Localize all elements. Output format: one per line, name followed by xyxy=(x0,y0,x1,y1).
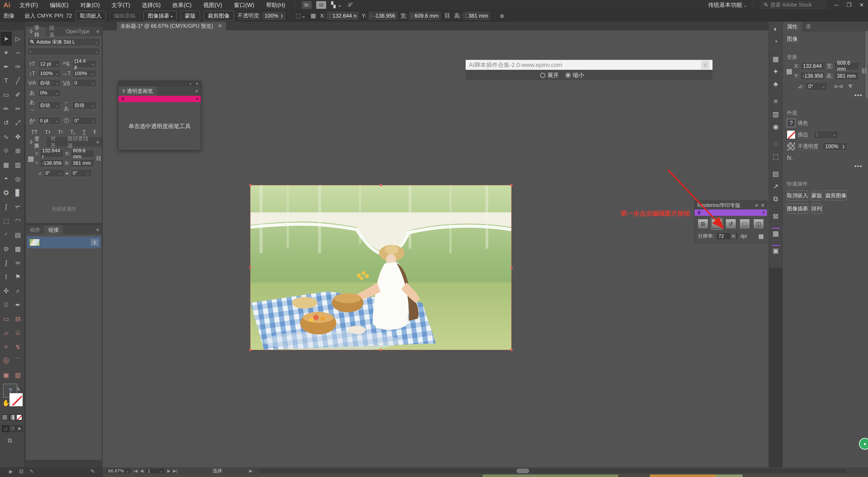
tool-curvature[interactable]: ✑ xyxy=(12,60,24,74)
opacity-label[interactable]: 不透明度: xyxy=(238,12,261,20)
tool-plugin-a-box[interactable]: Ⓐ xyxy=(0,354,12,368)
case-style-button[interactable]: Tᴛ xyxy=(45,129,51,135)
bridge-button[interactable]: Br xyxy=(302,1,312,9)
case-style-button[interactable]: TT xyxy=(31,129,37,135)
selection-handle[interactable] xyxy=(249,349,251,351)
menu-effect[interactable]: 效果(C) xyxy=(166,0,197,10)
y-field[interactable]: ˄˅-138.956 xyxy=(368,12,397,20)
tool-lasso[interactable]: ∽ xyxy=(12,45,24,60)
tool-shape-builder[interactable]: ⟐ xyxy=(0,144,12,158)
tool-mesh[interactable]: ▦ xyxy=(0,158,12,172)
link-list-item-selected[interactable]: ⇪ xyxy=(27,236,101,248)
window-restore-button[interactable]: ❐ xyxy=(843,0,855,10)
dock-bottom-icon[interactable]: ✎ xyxy=(30,469,34,475)
tool-plugin-screwdriver[interactable]: ⍁ xyxy=(0,298,12,312)
props-y-field[interactable]: -138.956 xyxy=(800,72,825,80)
panel-icon-plugin-swatches[interactable]: ▩ xyxy=(770,227,782,240)
props-h-field[interactable]: 381 mm xyxy=(834,72,859,80)
menu-select[interactable]: 选择(S) xyxy=(136,0,166,10)
tool-direct-selection[interactable]: ▷ xyxy=(12,32,24,45)
draw-inside-button[interactable]: ◙ xyxy=(16,425,23,432)
arrange-documents-icon[interactable]: ▚ ⌄ xyxy=(331,1,342,8)
first-artboard-button[interactable]: |◀ xyxy=(133,469,138,473)
tool-width[interactable]: ∿ xyxy=(0,130,12,144)
brush-hint-text[interactable]: 单击选中透明度画笔工具 xyxy=(129,123,191,130)
char-rotation-field[interactable]: 0°⌄ xyxy=(72,117,96,125)
panel-icon-envelope[interactable]: ⊠ xyxy=(770,210,782,222)
tool-blend[interactable]: ◎ xyxy=(12,172,24,186)
selection-handle[interactable] xyxy=(510,184,513,186)
qa-unembed-button[interactable]: 取消嵌入 xyxy=(787,190,808,200)
tab-character[interactable]: ◊ 字符 xyxy=(26,27,45,36)
space-before-field[interactable]: 自动⌄ xyxy=(38,101,61,109)
tool-eraser[interactable]: ✂ xyxy=(12,102,24,116)
baseline-shift-field[interactable]: 0 pt⌄ xyxy=(38,117,61,125)
font-style-select[interactable]: -⌄ xyxy=(28,48,100,55)
transform-h-field[interactable]: 381 mm xyxy=(71,159,94,167)
stroke-swatch[interactable] xyxy=(787,130,796,139)
panel-icon-transparency[interactable]: ◉ xyxy=(770,120,782,133)
leading-field[interactable]: (14.4 p⌄ xyxy=(72,60,96,68)
panel-icon-export[interactable]: ↗ xyxy=(770,180,782,192)
mask-button[interactable]: 蒙版 xyxy=(181,11,200,21)
scrollbar-thumb[interactable] xyxy=(517,469,529,473)
menu-file[interactable]: 文件(F) xyxy=(13,0,44,10)
window-close-button[interactable]: ✕ xyxy=(855,0,868,10)
tool-plugin-preview[interactable]: ⌕ xyxy=(12,284,24,298)
next-artboard-button[interactable]: ▶ xyxy=(167,469,170,473)
panel-collapse-icon[interactable]: « xyxy=(189,82,191,86)
opacity-swatch-icon[interactable] xyxy=(787,142,796,151)
menu-type[interactable]: 文字(T) xyxy=(105,0,136,10)
tool-eraser-brush[interactable]: ⊘ xyxy=(0,242,12,256)
canvas[interactable]: AI脚本插件合集-2.0-www.epinv.com x 展开 缩小 « ✕ ◊… xyxy=(103,30,769,467)
banner-menu-icon[interactable]: ≡ xyxy=(762,210,765,215)
width-field[interactable]: ˄˅609.6 mm xyxy=(409,12,440,20)
selection-handle[interactable] xyxy=(510,349,513,351)
stroke-label[interactable]: 描边 xyxy=(798,131,808,138)
tab-paragraph[interactable]: 段落 xyxy=(45,27,62,36)
draw-normal-button[interactable]: ❏ xyxy=(2,425,9,432)
prev-artboard-button[interactable]: ◀ xyxy=(140,469,143,473)
tool-plugin-layout[interactable]: ▣ xyxy=(0,368,12,382)
tab-actions[interactable]: 动作 xyxy=(26,225,44,234)
tool-pen[interactable]: ✒ xyxy=(0,60,12,74)
banner-menu-icon[interactable]: ≡ xyxy=(196,97,198,101)
panel-icon-arrange[interactable]: ⧉ xyxy=(770,192,782,205)
tool-pencil[interactable]: ✏ xyxy=(0,102,12,116)
font-size-field[interactable]: 12 pt⌄ xyxy=(38,60,61,68)
unlink-dimensions-icon[interactable]: ⛓︎ xyxy=(96,155,101,162)
fill-stroke-control[interactable]: ? xyxy=(2,384,23,411)
panel-menu-icon[interactable]: ≡ xyxy=(94,138,102,147)
panel-menu-icon[interactable]: ≡ xyxy=(94,27,102,36)
flip-horizontal-icon[interactable]: ⊳⊲ xyxy=(834,84,843,90)
panel-icon-gradient[interactable]: ▥ xyxy=(770,107,782,120)
panel-icon-color[interactable]: ◐ xyxy=(770,23,782,35)
tool-plugin-pen[interactable]: ✒ xyxy=(12,298,24,312)
tool-knife[interactable]: ✃ xyxy=(12,200,24,214)
tab-align[interactable]: 对齐 xyxy=(46,138,64,147)
selection-handle[interactable] xyxy=(380,184,382,186)
panel-menu-icon[interactable]: ≡ xyxy=(94,225,102,234)
height-field[interactable]: ˄˅381 mm xyxy=(463,12,490,20)
more-options-icon[interactable]: ••• xyxy=(783,91,868,100)
menu-view[interactable]: 视图(V) xyxy=(197,0,228,10)
qa-crop-image-button[interactable]: 裁剪图像 xyxy=(825,190,846,200)
menu-object[interactable]: 对象(O) xyxy=(74,0,105,10)
panel-icon-appearance[interactable]: ◌ xyxy=(770,137,782,150)
tool-line-segment[interactable]: ╱ xyxy=(12,74,24,88)
plugin-close-button[interactable]: x xyxy=(701,61,709,69)
selection-type-label[interactable]: 图像 xyxy=(787,36,798,42)
tool-measure[interactable]: ▤ xyxy=(12,228,24,242)
none-mode-button[interactable] xyxy=(16,414,22,420)
font-family-select[interactable]: 🔍︎ Adobe 宋体 Std L⌄ xyxy=(28,38,100,46)
tool-arc[interactable]: ◠ xyxy=(12,214,24,228)
stock-button[interactable]: St xyxy=(316,1,326,9)
shear-angle-field[interactable]: 0°⌄ xyxy=(71,169,92,177)
stroke-swatch[interactable] xyxy=(9,393,23,406)
dock-bottom-icon[interactable]: ▶ xyxy=(9,469,13,475)
reference-point-icon[interactable]: ▦ xyxy=(310,12,316,19)
tracking-field[interactable]: 0⌄ xyxy=(72,79,96,87)
zoom-level-select[interactable]: 66.67%⌄ xyxy=(106,468,131,474)
constrain-proportions-icon[interactable]: ⬚⌄ xyxy=(296,12,306,19)
workspace-switcher[interactable]: 传统基本功能 ⌄ xyxy=(708,1,747,8)
